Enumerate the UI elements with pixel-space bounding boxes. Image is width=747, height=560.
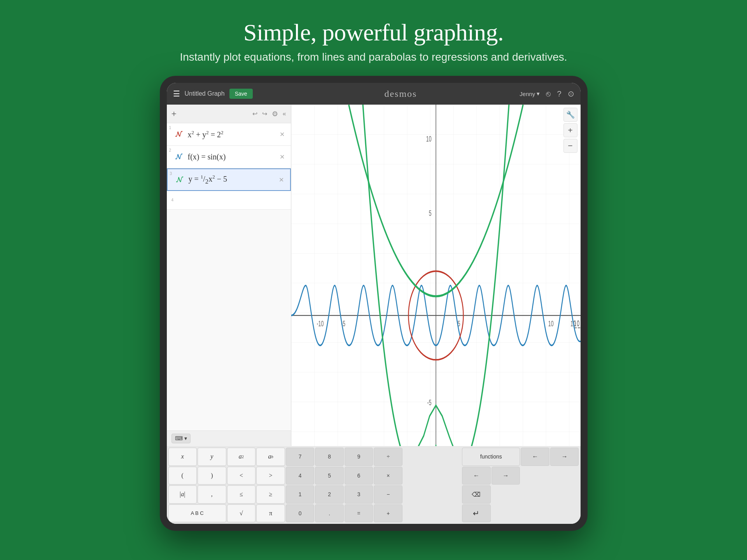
key-5[interactable]: 5 bbox=[315, 467, 344, 485]
key-a-power-b[interactable]: ab bbox=[256, 448, 285, 466]
svg-text:5: 5 bbox=[429, 209, 431, 218]
svg-text:-10: -10 bbox=[317, 319, 324, 328]
key-open-paren[interactable]: ( bbox=[168, 467, 197, 485]
user-name[interactable]: Jenny ▾ bbox=[520, 90, 540, 97]
header-section: Simple, powerful graphing. Instantly plo… bbox=[0, 0, 747, 75]
keyboard-area: x y a2 ab 7 8 9 ÷ functions ← → ( ) < bbox=[167, 446, 581, 524]
zoom-in-button[interactable]: + bbox=[563, 123, 577, 137]
key-y[interactable]: y bbox=[198, 448, 226, 466]
add-expression-button[interactable]: + bbox=[171, 108, 177, 119]
close-expression-2[interactable]: ✕ bbox=[278, 152, 286, 162]
key-geq[interactable]: ≥ bbox=[256, 485, 285, 504]
svg-text:10: 10 bbox=[548, 319, 553, 328]
graph-title: Untitled Graph bbox=[185, 90, 225, 97]
key-equals[interactable]: = bbox=[345, 504, 373, 523]
color-icon-1[interactable]: 𝓝 bbox=[173, 129, 184, 140]
right-arrow-key-2[interactable]: → bbox=[492, 467, 520, 485]
undo-button[interactable]: ↩ bbox=[252, 110, 257, 117]
expression-item-2[interactable]: 2 𝓝 f(x) = sin(x) ✕ bbox=[167, 146, 291, 168]
device-wrapper: ☰ Untitled Graph Save desmos Jenny ▾ ⎋ ?… bbox=[160, 76, 588, 531]
device-screen: ☰ Untitled Graph Save desmos Jenny ▾ ⎋ ?… bbox=[167, 83, 581, 524]
key-a-squared[interactable]: a2 bbox=[227, 448, 256, 466]
share-icon[interactable]: ⎋ bbox=[546, 89, 551, 98]
key-x[interactable]: x bbox=[168, 448, 197, 466]
top-bar: ☰ Untitled Graph Save desmos Jenny ▾ ⎋ ?… bbox=[167, 83, 581, 105]
svg-text:10: 10 bbox=[426, 135, 431, 144]
expression-item-1[interactable]: 1 𝓝 x2 + y2 = 22 ✕ bbox=[167, 123, 291, 146]
header-title: Simple, powerful graphing. bbox=[0, 19, 747, 46]
close-expression-1[interactable]: ✕ bbox=[278, 129, 286, 140]
save-button[interactable]: Save bbox=[229, 89, 253, 99]
desmos-logo: desmos bbox=[384, 89, 417, 99]
key-1[interactable]: 1 bbox=[286, 485, 315, 504]
keyboard-grid: x y a2 ab 7 8 9 ÷ functions ← → ( ) < bbox=[167, 446, 581, 524]
key-0[interactable]: 0 bbox=[286, 504, 315, 523]
expression-list: 1 𝓝 x2 + y2 = 22 ✕ 2 bbox=[167, 123, 291, 430]
hamburger-icon[interactable]: ☰ bbox=[173, 89, 180, 98]
collapse-icon[interactable]: « bbox=[283, 110, 286, 118]
top-bar-right: Jenny ▾ ⎋ ? ⊙ bbox=[520, 89, 574, 98]
svg-text:-5: -5 bbox=[427, 398, 431, 407]
key-close-paren[interactable]: ) bbox=[198, 467, 226, 485]
backspace-key[interactable]: ⌫ bbox=[462, 485, 491, 504]
key-leq[interactable]: ≤ bbox=[227, 485, 256, 504]
key-6[interactable]: 6 bbox=[345, 467, 373, 485]
functions-button[interactable]: functions bbox=[462, 448, 520, 466]
key-pi[interactable]: π bbox=[256, 504, 285, 523]
key-less-than[interactable]: < bbox=[227, 467, 256, 485]
left-arrow-key[interactable]: ← bbox=[521, 448, 549, 466]
zoom-out-button[interactable]: − bbox=[563, 139, 577, 153]
help-icon[interactable]: ? bbox=[557, 89, 561, 98]
key-plus[interactable]: + bbox=[374, 504, 402, 523]
settings-icon[interactable]: ⊙ bbox=[568, 89, 574, 98]
key-3[interactable]: 3 bbox=[345, 485, 373, 504]
graph-canvas: -5 -10 5 10 1̲0̲ 10 10 5 -5 bbox=[291, 105, 581, 446]
formula-1[interactable]: x2 + y2 = 22 bbox=[188, 130, 278, 139]
color-icon-2[interactable]: 𝓝 bbox=[173, 152, 184, 163]
key-multiply[interactable]: × bbox=[374, 467, 402, 485]
graph-toolbar-right: 🔧 + − bbox=[563, 108, 577, 153]
key-minus[interactable]: − bbox=[374, 485, 402, 504]
enter-key[interactable]: ↵ bbox=[462, 504, 491, 523]
color-icon-3[interactable]: 𝓝 bbox=[174, 174, 185, 185]
expression-item-3[interactable]: 3 𝓝 y = 1/2x2 − 5 ✕ bbox=[167, 168, 291, 191]
top-bar-left: ☰ Untitled Graph Save bbox=[173, 89, 282, 99]
key-divide[interactable]: ÷ bbox=[374, 448, 402, 466]
main-content: + ↩ ↪ ⚙ « 1 𝓝 bbox=[167, 105, 581, 446]
formula-2[interactable]: f(x) = sin(x) bbox=[188, 152, 278, 161]
left-panel: + ↩ ↪ ⚙ « 1 𝓝 bbox=[167, 105, 291, 446]
keyboard-toggle-row: ⌨ ▾ bbox=[167, 430, 291, 446]
expression-placeholder[interactable]: 4 bbox=[167, 191, 291, 210]
header-subtitle: Instantly plot equations, from lines and… bbox=[0, 51, 747, 63]
left-arrow-key-2[interactable]: ← bbox=[462, 467, 491, 485]
expression-toolbar: + ↩ ↪ ⚙ « bbox=[167, 105, 291, 123]
wrench-button[interactable]: 🔧 bbox=[563, 108, 577, 122]
keyboard-toggle-button[interactable]: ⌨ ▾ bbox=[171, 434, 191, 443]
key-8[interactable]: 8 bbox=[315, 448, 344, 466]
expression-settings-icon[interactable]: ⚙ bbox=[272, 110, 278, 118]
graph-area: -5 -10 5 10 1̲0̲ 10 10 5 -5 bbox=[291, 105, 581, 446]
key-2[interactable]: 2 bbox=[315, 485, 344, 504]
key-sqrt[interactable]: √ bbox=[227, 504, 256, 523]
key-abs[interactable]: |a| bbox=[168, 485, 197, 504]
top-bar-center: desmos bbox=[282, 89, 520, 99]
right-arrow-key[interactable]: → bbox=[550, 448, 579, 466]
key-7[interactable]: 7 bbox=[286, 448, 315, 466]
close-expression-3[interactable]: ✕ bbox=[277, 175, 285, 185]
key-dot[interactable]: . bbox=[315, 504, 344, 523]
key-4[interactable]: 4 bbox=[286, 467, 315, 485]
key-greater-than[interactable]: > bbox=[256, 467, 285, 485]
key-comma[interactable]: , bbox=[198, 485, 226, 504]
formula-3[interactable]: y = 1/2x2 − 5 bbox=[189, 174, 277, 186]
key-abc[interactable]: A B C bbox=[168, 504, 226, 523]
redo-button[interactable]: ↪ bbox=[262, 110, 267, 117]
device-frame: ☰ Untitled Graph Save desmos Jenny ▾ ⎋ ?… bbox=[160, 76, 588, 531]
key-9[interactable]: 9 bbox=[345, 448, 373, 466]
